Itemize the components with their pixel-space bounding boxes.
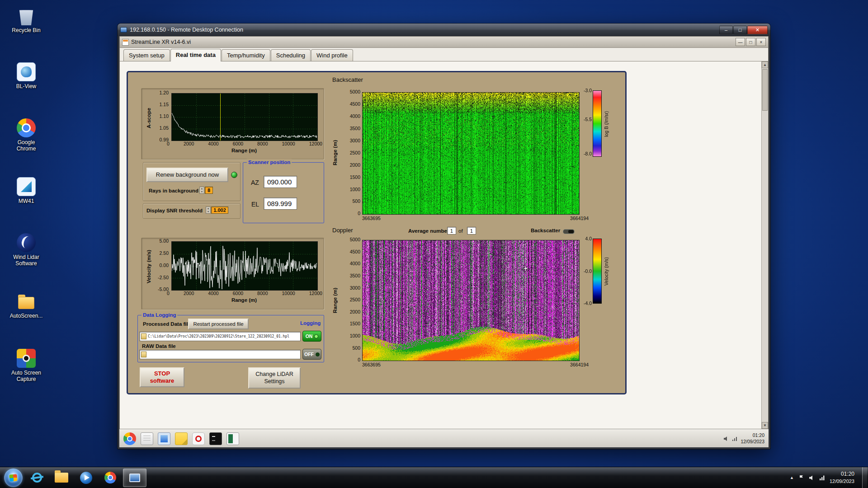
desktop-icon-mw41[interactable]: MW41 — [4, 177, 49, 204]
stop-software-button[interactable]: STOP software — [140, 367, 184, 387]
scrollbar-thumb[interactable] — [762, 69, 768, 111]
taskbar-media-player-button[interactable] — [74, 469, 98, 487]
raw-logging-off-switch[interactable]: OFF — [302, 349, 321, 360]
app-restore-button[interactable]: □ — [746, 38, 755, 46]
taskbar-chrome-button[interactable] — [99, 469, 122, 487]
tab-real-time-data[interactable]: Real time data — [170, 49, 221, 61]
rdp-titlebar[interactable]: 192.168.0.150 - Remote Desktop Connectio… — [118, 23, 770, 36]
start-button[interactable] — [4, 469, 23, 487]
auto-screen-capture-icon — [17, 349, 36, 368]
remote-network-icon[interactable] — [732, 436, 737, 441]
show-hidden-icons-button[interactable]: ▲ — [790, 475, 794, 480]
tick-label: 3000 — [350, 138, 360, 144]
rdp-maximize-button[interactable]: □ — [733, 26, 747, 34]
taskbar-rdp-button[interactable] — [123, 469, 146, 487]
desktop-icon-recycle-bin[interactable]: Recycle Bin — [4, 6, 49, 33]
backscatter-y-ticks: 5000450040003500300025002000150010005000 — [341, 89, 360, 216]
tick-label: 2500 — [350, 150, 360, 156]
rdp-minimize-button[interactable]: – — [719, 26, 733, 34]
remote-clock[interactable]: 01:20 12/09/2023 — [741, 432, 764, 445]
action-center-flag-icon[interactable] — [798, 475, 804, 481]
tick-label: 2000 — [350, 310, 360, 315]
raw-data-file-label: RAW Data file — [142, 343, 176, 349]
processed-data-file-label: Processed Data file — [143, 321, 191, 327]
command-prompt-icon[interactable] — [209, 432, 222, 445]
velocity-y-axis-label: Velocity (m/s) — [146, 246, 151, 287]
show-desktop-button[interactable] — [862, 467, 867, 488]
doppler-y-axis-label: Range (m) — [332, 278, 338, 323]
desktop-icon-wind-lidar[interactable]: Wind Lidar Software — [4, 233, 49, 267]
desktop-icon-label: Recycle Bin — [12, 27, 40, 33]
tab-temp-humidity[interactable]: Temp/humidity — [222, 49, 270, 61]
internet-explorer-icon — [31, 472, 43, 483]
spreadsheet-icon[interactable] — [226, 432, 239, 445]
spinner-down-icon[interactable]: ▼ — [201, 190, 203, 193]
tick-label: 2000 — [184, 141, 194, 147]
scanner-position-group: Scanner position — [243, 162, 324, 223]
snr-spinner[interactable]: ▲▼ — [206, 206, 211, 214]
scroll-down-icon[interactable]: ▼ — [762, 422, 768, 429]
tick-label: 4000 — [350, 114, 360, 119]
taskbar-explorer-button[interactable] — [50, 469, 73, 487]
power-icon[interactable] — [192, 432, 205, 445]
remote-session: StreamLine XR v14-6.vi — □ × System setu… — [119, 36, 769, 447]
data-logging-title: Data Logging — [142, 312, 177, 318]
spinner-up-icon[interactable]: ▲ — [201, 187, 203, 190]
clock[interactable]: 01:20 12/09/2023 — [830, 471, 854, 484]
mw41-icon — [17, 177, 36, 196]
tab-wind-profile[interactable]: Wind profile — [311, 49, 353, 61]
media-player-icon — [80, 472, 92, 484]
tick-label: 0 — [167, 141, 170, 147]
app-titlebar[interactable]: StreamLine XR v14-6.vi — □ × — [120, 37, 768, 48]
doppler-x-start: 3663695 — [362, 362, 381, 367]
raw-data-file-path[interactable] — [139, 350, 301, 359]
app-minimize-button[interactable]: — — [736, 38, 745, 46]
remote-computer-icon[interactable] — [158, 432, 170, 445]
average-of-value[interactable]: 1 — [467, 227, 476, 235]
bl-view-icon — [17, 62, 36, 81]
desktop-icon-auto-screen-capture[interactable]: Auto Screen Capture — [4, 349, 49, 382]
tick-label: 3000 — [350, 286, 360, 291]
tick-label: 5.00 — [160, 239, 169, 244]
tick-label: 10000 — [282, 291, 295, 296]
remote-volume-icon[interactable] — [723, 436, 729, 441]
desktop-icon-autoscreen[interactable]: AutoScreen... — [4, 292, 49, 319]
desktop-icon-google-chrome[interactable]: Google Chrome — [4, 118, 49, 152]
volume-icon[interactable] — [809, 475, 815, 481]
rdp-close-button[interactable]: ✕ — [747, 26, 768, 34]
renew-background-button[interactable]: Renew background now — [146, 168, 228, 182]
tick-label: 4000 — [350, 261, 360, 267]
processed-logging-on-switch[interactable]: ON — [302, 331, 321, 342]
processed-data-file-path[interactable]: C:\Lidar\Data\Proc\2023\202309\20230912\… — [139, 332, 301, 341]
rays-value[interactable]: 8 — [205, 187, 213, 194]
tick-label: 8000 — [257, 141, 268, 147]
tick-label: 10000 — [282, 141, 295, 147]
doppler-heatmap — [362, 240, 580, 361]
rays-spinner[interactable]: ▲▼ — [199, 187, 204, 194]
change-lidar-settings-button[interactable]: Change LiDAR Settings — [248, 367, 301, 389]
spinner-down-icon[interactable]: ▼ — [207, 210, 209, 213]
notepad-icon[interactable] — [141, 432, 153, 445]
app-close-button[interactable]: × — [756, 38, 766, 46]
vertical-scrollbar[interactable]: ▲ ▼ — [761, 61, 768, 429]
taskbar-ie-button[interactable] — [25, 469, 49, 487]
network-icon[interactable] — [819, 475, 825, 481]
snr-value[interactable]: 1.002 — [211, 206, 228, 214]
scroll-up-icon[interactable]: ▲ — [762, 61, 768, 68]
az-label: AZ — [251, 179, 259, 186]
desktop-icon-bl-view[interactable]: BL-View — [4, 62, 49, 89]
tab-system-setup[interactable]: System setup — [123, 49, 170, 61]
tick-label: -2.50 — [158, 275, 169, 281]
colorbar-tick: -8.0 — [576, 151, 592, 156]
spinner-up-icon[interactable]: ▲ — [207, 207, 209, 210]
restart-processed-file-button[interactable]: Restart processed file — [188, 319, 249, 329]
tick-label: 2.50 — [160, 251, 169, 256]
browser-icon[interactable] — [123, 432, 136, 445]
tab-strip: System setup Real time data Temp/humidit… — [120, 48, 768, 61]
desktop-icon-label: AutoScreen... — [10, 313, 43, 319]
backscatter-toggle-switch[interactable] — [563, 229, 575, 234]
tab-scheduling[interactable]: Scheduling — [271, 49, 311, 61]
average-number-value[interactable]: 1 — [447, 227, 456, 235]
remote-date: 12/09/2023 — [741, 439, 764, 445]
sticky-notes-icon[interactable] — [175, 432, 188, 445]
